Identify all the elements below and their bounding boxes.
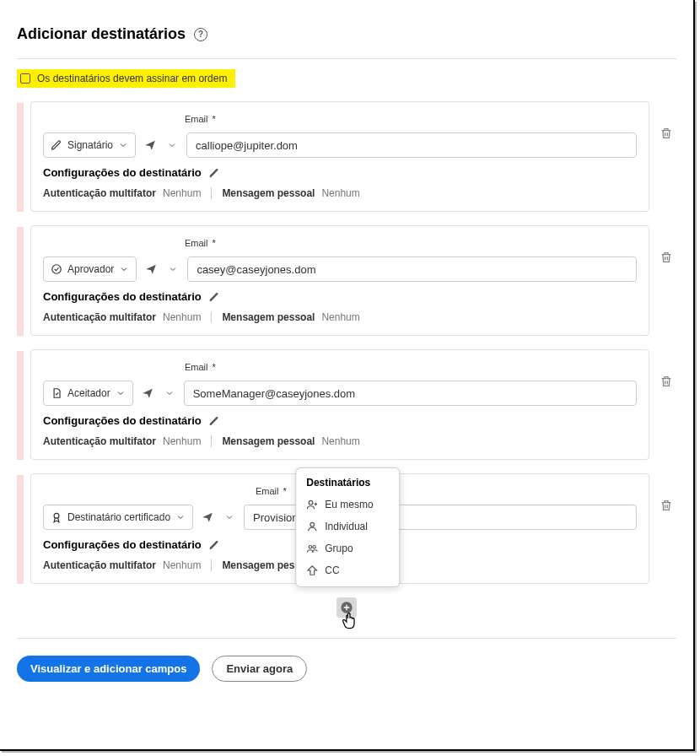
recipient-block: Email * Signatário: [17, 101, 676, 212]
svg-point-5: [313, 546, 316, 549]
recipient-settings-label: Configurações do destinatário: [43, 414, 202, 427]
svg-point-2: [309, 500, 313, 505]
delete-recipient-button[interactable]: [660, 127, 673, 140]
recipient-settings-row: Configurações do destinatário: [43, 166, 637, 179]
recipient-detail-row: Autenticação multifator Nenhum Mensagem …: [43, 435, 637, 447]
page-title: Adicionar destinatários: [17, 25, 186, 43]
role-label: Signatário: [67, 139, 113, 151]
add-recipient-button[interactable]: [337, 597, 357, 618]
email-label: Email *: [185, 362, 637, 372]
edit-settings-button[interactable]: [208, 415, 220, 427]
footer-divider: [17, 638, 676, 639]
recipient-block: Email * Aprovador: [17, 225, 676, 336]
popup-item-label: Individual: [325, 521, 368, 532]
send-now-button[interactable]: Enviar agora: [212, 656, 307, 682]
order-indicator: [17, 475, 24, 584]
sign-in-order-checkbox[interactable]: [20, 73, 30, 84]
send-method-icon[interactable]: [140, 386, 155, 401]
order-indicator: [17, 351, 24, 460]
role-select[interactable]: Aprovador: [43, 256, 137, 282]
send-method-icon[interactable]: [200, 510, 215, 525]
role-label: Aceitador: [67, 387, 110, 399]
delete-recipient-button[interactable]: [660, 375, 673, 388]
mfa-value: Nenhum: [163, 187, 201, 199]
send-method-icon[interactable]: [143, 262, 159, 277]
chevron-down-icon: [118, 140, 128, 150]
mfa-value: Nenhum: [163, 311, 201, 323]
group-icon: [306, 543, 318, 554]
divider: [211, 435, 212, 447]
mfa-value: Nenhum: [163, 559, 201, 571]
recipient-card: Email * Aceitador: [30, 349, 649, 460]
personal-msg-value: Nenhum: [321, 435, 359, 447]
add-recipient-area: Destinatários Eu mesmo Individual Grupo …: [17, 597, 676, 618]
popup-item-me[interactable]: Eu mesmo: [296, 494, 399, 516]
user-plus-icon: [306, 499, 318, 510]
role-select[interactable]: Signatário: [43, 132, 136, 158]
recipient-card: Email * Aprovador: [30, 225, 649, 336]
mfa-value: Nenhum: [163, 435, 201, 447]
recipient-settings-label: Configurações do destinatário: [43, 538, 202, 551]
recipient-detail-row: Autenticação multifator Nenhum Mensagem …: [43, 187, 637, 199]
mfa-label: Autenticação multifator: [43, 559, 156, 571]
divider: [211, 559, 212, 571]
order-indicator: [17, 227, 24, 336]
footer-actions: Visualizar e adicionar campos Enviar ago…: [17, 656, 676, 682]
popup-item-cc[interactable]: CC: [296, 559, 399, 581]
mfa-label: Autenticação multifator: [43, 435, 156, 447]
chevron-down-icon: [119, 264, 129, 274]
popup-title: Destinatários: [296, 473, 399, 494]
svg-point-0: [52, 265, 62, 274]
divider: [211, 311, 212, 323]
svg-point-1: [54, 513, 59, 518]
recipient-settings-row: Configurações do destinatário: [43, 290, 637, 303]
role-select[interactable]: Aceitador: [43, 381, 133, 406]
chevron-down-icon[interactable]: [162, 386, 177, 401]
page-header: Adicionar destinatários ?: [17, 25, 676, 43]
edit-settings-button[interactable]: [208, 539, 220, 551]
check-circle-icon: [51, 263, 62, 275]
send-method-icon[interactable]: [143, 138, 158, 153]
mfa-label: Autenticação multifator: [43, 187, 156, 199]
ribbon-icon: [51, 511, 62, 523]
svg-point-4: [309, 546, 312, 549]
help-icon[interactable]: ?: [194, 28, 207, 41]
popup-item-label: Grupo: [325, 543, 353, 554]
email-label: Email *: [185, 238, 637, 248]
recipient-block: Email * Aceitador: [17, 349, 676, 460]
personal-msg-label: Mensagem pessoal: [222, 187, 315, 199]
popup-item-label: CC: [325, 564, 339, 576]
delete-recipient-wrap: [656, 473, 676, 512]
delete-recipient-button[interactable]: [660, 499, 673, 512]
popup-item-label: Eu mesmo: [325, 499, 373, 510]
email-input[interactable]: [187, 256, 637, 282]
popup-item-individual[interactable]: Individual: [296, 516, 399, 537]
recipient-settings-row: Configurações do destinatário: [43, 414, 637, 427]
delete-recipient-button[interactable]: [660, 251, 673, 264]
preview-add-fields-button[interactable]: Visualizar e adicionar campos: [17, 656, 200, 682]
sign-in-order-label: Os destinatários devem assinar em ordem: [37, 73, 227, 84]
email-input[interactable]: [186, 132, 637, 158]
edit-settings-button[interactable]: [208, 167, 220, 179]
chevron-down-icon: [116, 388, 126, 398]
role-label: Aprovador: [67, 263, 114, 275]
email-input[interactable]: [184, 381, 637, 406]
header-divider: [17, 58, 676, 59]
edit-settings-button[interactable]: [208, 291, 220, 303]
chevron-down-icon[interactable]: [164, 138, 180, 153]
recipient-controls-row: Aprovador: [43, 256, 637, 282]
divider: [211, 187, 212, 199]
nav-arrow-icon: [306, 564, 318, 576]
personal-msg-value: Nenhum: [321, 311, 359, 323]
chevron-down-icon[interactable]: [222, 510, 237, 525]
recipient-settings-label: Configurações do destinatário: [43, 290, 202, 303]
order-indicator: [17, 103, 24, 212]
pen-icon: [51, 139, 62, 151]
sign-in-order-row[interactable]: Os destinatários devem assinar em ordem: [17, 69, 235, 88]
svg-point-3: [310, 522, 315, 526]
role-select[interactable]: Destinatário certificado: [43, 505, 193, 530]
delete-recipient-wrap: [656, 225, 676, 264]
chevron-down-icon: [175, 512, 186, 522]
popup-item-group[interactable]: Grupo: [296, 537, 399, 559]
chevron-down-icon[interactable]: [165, 262, 180, 277]
